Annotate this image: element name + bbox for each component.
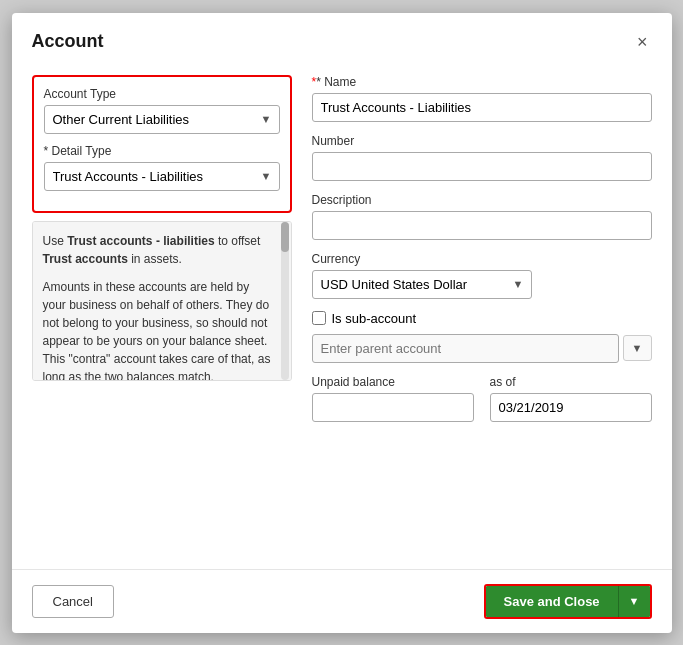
modal-header: Account × bbox=[12, 13, 672, 63]
account-type-highlight-box: Account Type Other Current Liabilities C… bbox=[32, 75, 292, 213]
balance-field-group: Unpaid balance as of bbox=[312, 375, 652, 422]
account-description-box: Use Trust accounts - liabilities to offs… bbox=[32, 221, 292, 381]
currency-select-wrapper: USD United States Dollar EUR Euro ▼ bbox=[312, 270, 532, 299]
detail-type-select-wrapper: Trust Accounts - Liabilities ▼ bbox=[44, 162, 280, 191]
description-input[interactable] bbox=[312, 211, 652, 240]
sub-account-field: Is sub-account ▼ bbox=[312, 311, 652, 363]
currency-label: Currency bbox=[312, 252, 652, 266]
detail-type-field: * Detail Type Trust Accounts - Liabiliti… bbox=[44, 144, 280, 191]
name-label-text: * Name bbox=[316, 75, 356, 89]
description-para1: Use Trust accounts - liabilities to offs… bbox=[43, 232, 281, 268]
trust-accounts-liabilities-bold: Trust accounts - liabilities bbox=[67, 234, 214, 248]
as-of-input[interactable] bbox=[490, 393, 652, 422]
currency-select[interactable]: USD United States Dollar EUR Euro bbox=[312, 270, 532, 299]
account-type-select[interactable]: Other Current Liabilities Current Liabil… bbox=[44, 105, 280, 134]
scrollbar[interactable] bbox=[281, 222, 289, 380]
description-para2: Amounts in these accounts are held by yo… bbox=[43, 278, 281, 381]
account-type-label: Account Type bbox=[44, 87, 280, 101]
sub-account-checkbox[interactable] bbox=[312, 311, 326, 325]
currency-field: Currency USD United States Dollar EUR Eu… bbox=[312, 252, 652, 299]
sub-account-label: Is sub-account bbox=[332, 311, 417, 326]
right-panel: ** Name Number Description Currency USD … bbox=[312, 75, 652, 549]
trust-accounts-bold: Trust accounts bbox=[43, 252, 128, 266]
left-panel: Account Type Other Current Liabilities C… bbox=[32, 75, 292, 549]
number-field: Number bbox=[312, 134, 652, 181]
parent-account-input[interactable] bbox=[312, 334, 619, 363]
modal-body: Account Type Other Current Liabilities C… bbox=[12, 63, 672, 569]
unpaid-balance-label: Unpaid balance bbox=[312, 375, 474, 389]
balance-row: Unpaid balance as of bbox=[312, 375, 652, 422]
sub-account-checkbox-group: Is sub-account bbox=[312, 311, 652, 326]
name-label: ** Name bbox=[312, 75, 652, 89]
scroll-thumb bbox=[281, 222, 289, 252]
name-field: ** Name bbox=[312, 75, 652, 122]
close-button[interactable]: × bbox=[633, 29, 652, 55]
description-label: Description bbox=[312, 193, 652, 207]
as-of-label: as of bbox=[490, 375, 652, 389]
unpaid-balance-field: Unpaid balance bbox=[312, 375, 474, 422]
save-close-dropdown-button[interactable]: ▼ bbox=[618, 586, 650, 617]
unpaid-balance-input[interactable] bbox=[312, 393, 474, 422]
parent-account-arrow-button[interactable]: ▼ bbox=[623, 335, 652, 361]
as-of-field: as of bbox=[490, 375, 652, 422]
account-modal: Account × Account Type Other Current Lia… bbox=[12, 13, 672, 633]
number-input[interactable] bbox=[312, 152, 652, 181]
detail-type-select[interactable]: Trust Accounts - Liabilities bbox=[44, 162, 280, 191]
description-field: Description bbox=[312, 193, 652, 240]
modal-title: Account bbox=[32, 31, 104, 52]
cancel-button[interactable]: Cancel bbox=[32, 585, 114, 618]
save-close-group: Save and Close ▼ bbox=[484, 584, 652, 619]
number-label: Number bbox=[312, 134, 652, 148]
detail-type-label: * Detail Type bbox=[44, 144, 280, 158]
account-type-select-wrapper: Other Current Liabilities Current Liabil… bbox=[44, 105, 280, 134]
modal-footer: Cancel Save and Close ▼ bbox=[12, 569, 672, 633]
save-close-button[interactable]: Save and Close bbox=[486, 586, 618, 617]
account-type-field: Account Type Other Current Liabilities C… bbox=[44, 87, 280, 134]
parent-account-row: ▼ bbox=[312, 334, 652, 363]
name-input[interactable] bbox=[312, 93, 652, 122]
